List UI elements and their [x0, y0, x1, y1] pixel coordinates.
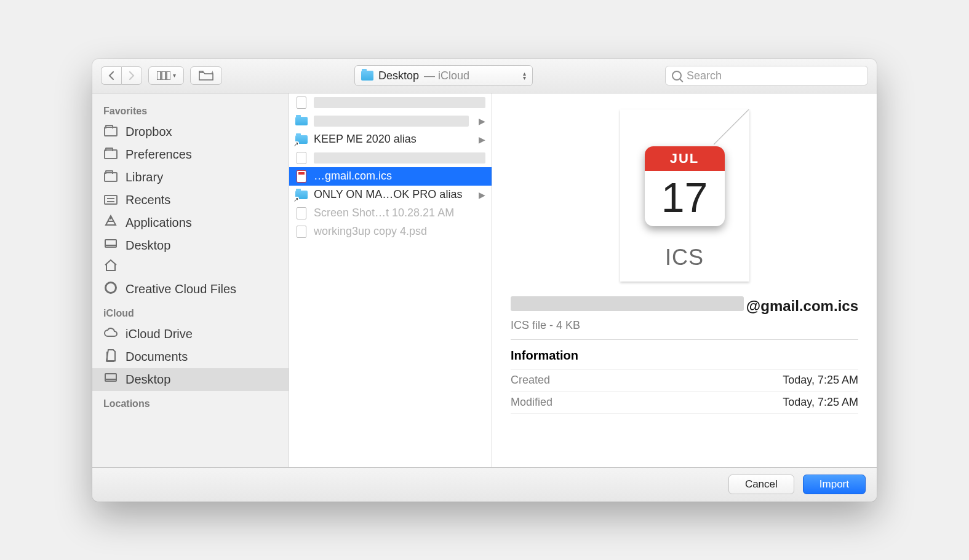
- svg-text:+: +: [211, 71, 213, 76]
- sidebar-item-label: Desktop: [126, 373, 170, 387]
- info-value: Today, 7:25 AM: [783, 374, 858, 387]
- search-input[interactable]: Search: [665, 66, 868, 85]
- sidebar-item-desktop[interactable]: Desktop: [92, 368, 289, 391]
- preview-pane: JUL 17 ICS @gmail.com.ics ICS file - 4 K…: [492, 93, 877, 467]
- file-item: [289, 149, 492, 167]
- file-extension-badge: ICS: [620, 245, 749, 270]
- apps-icon: [103, 216, 118, 229]
- sidebar-item-preferences[interactable]: Preferences: [92, 143, 289, 166]
- sidebar-item-icloud-drive[interactable]: iCloud Drive: [92, 323, 289, 345]
- search-icon: [672, 71, 682, 81]
- desk-icon: [103, 239, 118, 251]
- location-popup[interactable]: Desktop — iCloud ▴▾: [354, 65, 533, 86]
- footer: Cancel Import: [92, 467, 877, 502]
- new-folder-button[interactable]: +: [190, 66, 222, 85]
- columns-icon: [157, 71, 170, 80]
- chevron-right-icon: ▶: [475, 116, 485, 126]
- file-name: Screen Shot…t 10.28.21 AM: [314, 207, 485, 219]
- folder-icon: [295, 114, 308, 128]
- preview-filename: @gmail.com.ics: [511, 296, 858, 315]
- file-name: ONLY ON MA…OK PRO alias: [314, 188, 469, 201]
- sidebar-item-label: Desktop: [126, 239, 170, 253]
- sidebar-item-label: Dropbox: [126, 125, 172, 139]
- file-name: [314, 152, 485, 164]
- doc-icon: [295, 151, 308, 165]
- chevron-right-icon: [128, 71, 135, 80]
- recents-icon: [103, 194, 118, 206]
- calendar-icon: JUL 17: [645, 146, 725, 226]
- open-panel: ▾ + Desktop — iCloud ▴▾ Search Favorites…: [92, 59, 877, 502]
- file-name: working3up copy 4.psd: [314, 225, 485, 238]
- nav-buttons: [101, 66, 142, 85]
- search-placeholder: Search: [687, 69, 722, 82]
- chevron-right-icon: ▶: [475, 135, 485, 144]
- sidebar: FavoritesDropboxPreferencesLibraryRecent…: [92, 93, 289, 467]
- cal-icon: [295, 170, 308, 183]
- doc-icon: [295, 96, 308, 109]
- file-item[interactable]: ONLY ON MA…OK PRO alias▶: [289, 186, 492, 204]
- file-name: [314, 97, 485, 108]
- cancel-button[interactable]: Cancel: [728, 475, 794, 494]
- file-item: working3up copy 4.psd: [289, 223, 492, 241]
- sidebar-header: iCloud: [92, 301, 289, 323]
- toolbar: ▾ + Desktop — iCloud ▴▾ Search: [92, 59, 877, 93]
- info-key: Created: [511, 374, 550, 387]
- back-button[interactable]: [101, 66, 121, 85]
- view-mode-button[interactable]: ▾: [148, 66, 184, 85]
- docs-icon: [103, 350, 118, 363]
- sidebar-item-label: iCloud Drive: [126, 327, 193, 341]
- file-column: ▶KEEP ME 2020 alias▶…gmail.com.icsONLY O…: [289, 93, 492, 467]
- chevron-down-icon: ▾: [173, 73, 176, 79]
- file-name: KEEP ME 2020 alias: [314, 133, 469, 146]
- file-item[interactable]: KEEP ME 2020 alias▶: [289, 130, 492, 149]
- folder-icon: [103, 125, 118, 138]
- sidebar-item-label: Applications: [126, 216, 192, 230]
- dogear-icon: [714, 109, 749, 145]
- sidebar-item-dropbox[interactable]: Dropbox: [92, 120, 289, 143]
- folder-alias-icon: [295, 133, 308, 146]
- location-source: — iCloud: [424, 69, 469, 82]
- chevron-right-icon: ▶: [475, 190, 485, 200]
- sidebar-item-library[interactable]: Library: [92, 166, 289, 189]
- doc-icon: [295, 225, 308, 239]
- chevron-left-icon: [108, 71, 115, 80]
- sidebar-item-redacted[interactable]: [92, 257, 289, 278]
- folder-icon: [361, 71, 373, 81]
- info-row: ModifiedToday, 7:25 AM: [511, 392, 858, 414]
- svg-rect-7: [105, 374, 116, 381]
- sidebar-item-label: Creative Cloud Files: [126, 282, 236, 296]
- file-item[interactable]: ▶: [289, 112, 492, 130]
- calendar-day: 17: [645, 171, 725, 224]
- sidebar-item-creative-cloud-files[interactable]: Creative Cloud Files: [92, 278, 289, 301]
- info-key: Modified: [511, 396, 552, 409]
- file-name: [314, 116, 469, 127]
- sidebar-item-label: Documents: [126, 350, 188, 364]
- location-name: Desktop: [378, 69, 419, 82]
- sidebar-item-desktop[interactable]: Desktop: [92, 234, 289, 257]
- file-item: [289, 93, 492, 112]
- preview-file-icon: JUL 17 ICS: [620, 109, 749, 282]
- calendar-month: JUL: [645, 146, 725, 171]
- desk-icon: [103, 373, 118, 385]
- info-value: Today, 7:25 AM: [783, 396, 858, 409]
- sidebar-item-recents[interactable]: Recents: [92, 189, 289, 211]
- sidebar-item-documents[interactable]: Documents: [92, 345, 289, 368]
- info-header: Information: [511, 340, 858, 369]
- import-button[interactable]: Import: [803, 475, 866, 494]
- filename-suffix: @gmail.com.ics: [746, 296, 858, 315]
- sidebar-item-applications[interactable]: Applications: [92, 211, 289, 234]
- sidebar-item-label: Recents: [126, 193, 170, 207]
- folder-icon: [103, 148, 118, 160]
- folder-plus-icon: +: [199, 71, 213, 81]
- folder-alias-icon: [295, 188, 308, 202]
- sidebar-item-label: Library: [126, 170, 163, 184]
- forward-button[interactable]: [121, 66, 142, 85]
- svg-rect-2: [167, 71, 170, 80]
- cc-icon: [103, 283, 118, 295]
- sidebar-header: Locations: [92, 391, 289, 413]
- file-item[interactable]: …gmail.com.ics: [289, 167, 492, 186]
- sidebar-header: Favorites: [92, 98, 289, 120]
- home-icon: [103, 261, 118, 274]
- cloud-icon: [103, 328, 118, 340]
- svg-rect-1: [162, 71, 165, 80]
